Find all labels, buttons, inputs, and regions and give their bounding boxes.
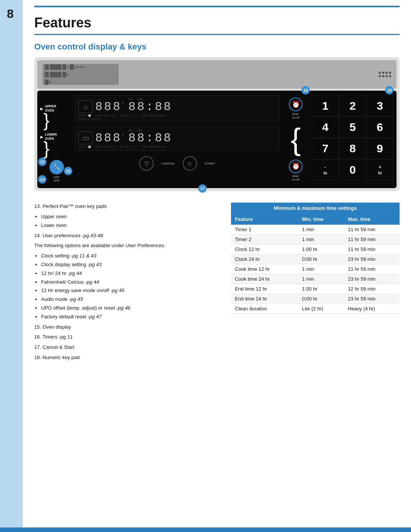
numkey-3[interactable]: 3 [366,95,393,117]
table-cell-5-2: 23 hr 59 min [344,274,400,284]
mini-display-line-3 [45,80,116,85]
mini-dot [67,74,69,75]
top-dot [379,75,381,77]
table-cell-3-2: 23 hr 59 min [344,254,400,264]
timer-col: ⏰ timeron-off { ⏰ timeron-off [282,95,309,184]
start-label: START [205,162,215,165]
bottom-bar [0,527,411,532]
mini-dot [78,66,79,68]
numkey-hi[interactable]: + hi [366,159,393,181]
diamond-button-wrap[interactable]: ◇ [183,156,197,171]
table-row: End time 24 hr0:00 hr23 hr 59 min [231,294,400,304]
numkey-lo[interactable]: - lo [312,159,339,181]
lower-oven-rect-icon: ▭ [78,131,93,144]
down-arrow-button[interactable]: ▽ [139,156,154,171]
table-cell-4-1: 1 min [298,264,344,274]
badge-17: 17 [198,184,207,193]
note-14: 14. User preferences -pg 43-48 [34,232,220,240]
table-cell-3-0: Clock 24 hr [231,254,298,264]
table-cell-0-2: 11 hr 59 min [344,225,400,235]
upper-oven-display: ☼ 888 ° HR MIN 88:88 [75,95,280,122]
bottom-right-table: Minimum & maximum time settings Feature … [231,203,400,364]
oven-frame: 16 18 13 15 14 17 ▶ UPPEROVEN [34,57,400,191]
mini-seg [70,64,74,70]
note-13-list: Upper oven Lower oven [41,213,220,230]
table-cell-6-1: 1:00 hr [298,284,344,294]
brace-right: { [291,124,301,155]
oven-black-panel: 16 18 13 15 14 17 ▶ UPPEROVEN [37,91,397,188]
lower-oven-display: ▭ 888 ° HR MIN 88:88 [75,126,280,150]
table-col-headers: Feature Min. time Max. time [231,214,400,225]
table-row: Clock 12 hr1:00 hr11 hr 59 min [231,244,400,254]
numkey-9[interactable]: 9 [366,138,393,159]
table-cell-0-1: 1 min [298,225,344,235]
timer-2-label: timeron-off [292,174,299,181]
table-cell-7-1: 0:00 hr [298,294,344,304]
mini-dot [83,66,84,68]
option-item-0: Clock setting -pg 11 & 43 [41,252,220,260]
bottom-content: 13. Perfect-Pair™ oven key pads Upper ov… [34,203,400,364]
numpad-grid: 1 2 3 4 5 6 7 8 9 - lo 0 + hi [312,95,393,181]
option-item-6: UPO offset (temp. adjust) or reset -pg 4… [41,304,220,312]
start-button-wrap[interactable]: START [205,162,215,165]
lower-oven-arrow: ▶ [40,135,43,139]
top-dots-right [379,72,391,77]
table-row: Clock 24 hr0:00 hr23 hr 59 min [231,254,400,264]
option-item-5: Audio mode -pg 45 [41,296,220,304]
diamond-button[interactable]: ◇ [183,156,197,171]
numkey-4[interactable]: 4 [312,117,339,138]
section-title: Oven control display & keys [34,42,400,52]
table-cell-2-2: 11 hr 59 min [344,244,400,254]
table-row: End time 12 hr1:00 hr12 hr 59 min [231,284,400,294]
timer-2-item[interactable]: ⏰ timeron-off [289,160,303,181]
numkey-7[interactable]: 7 [312,138,339,159]
bottom-left-notes: 13. Perfect-Pair™ oven key pads Upper ov… [34,203,220,364]
col-max-time: Max. time [344,214,400,225]
table-row: Timer 21 min11 hr 59 min [231,235,400,244]
top-dot [386,72,388,74]
numkey-2[interactable]: 2 [339,95,366,117]
upper-oven-arrow: ▶ [40,107,43,111]
lower-time-digits: 88:88 [128,132,172,144]
table-cell-2-1: 1:00 hr [298,244,344,254]
numkey-0[interactable]: 0 [339,159,366,181]
timer-1-label: timeron-off [292,112,299,119]
center-panel: ☼ 888 ° HR MIN 88:88 [75,95,280,184]
mini-display-line-2 [45,72,116,77]
table-cell-1-2: 11 hr 59 min [344,235,400,244]
numkey-1[interactable]: 1 [312,95,339,117]
upper-temp-display: 888 ° [95,101,124,113]
note-13-sub2: Lower oven [41,222,220,230]
main-content: Features Oven control display & keys [23,0,411,375]
cancel-button-wrap[interactable]: CANCEL [161,162,175,165]
timer-2-icon[interactable]: ⏰ [289,160,303,173]
timer-1-icon[interactable]: ⏰ [289,97,303,111]
table-cell-1-1: 1 min [298,235,344,244]
table-cell-8-0: Clean duration [231,304,298,314]
option-item-7: Factory default reset -pg 47 [41,313,220,321]
user-pref-button[interactable]: 🔧 [49,160,64,174]
mini-seg [62,72,66,77]
table-body: Timer 11 min11 hr 59 minTimer 21 min11 h… [231,225,400,314]
down-arrow-button-wrap[interactable]: ▽ [139,156,154,171]
numkey-5[interactable]: 5 [339,117,366,138]
numpad-col: 1 2 3 4 5 6 7 8 9 - lo 0 + hi [312,95,393,184]
numkey-6[interactable]: 6 [366,117,393,138]
note-18: 18. Numeric key pad [34,354,220,362]
mini-dot [67,66,69,68]
upper-preheating-label: PRE-HEATING [96,114,116,117]
numkey-8[interactable]: 8 [339,138,366,159]
top-dot [389,75,391,77]
option-item-1: Clock display setting -pg 43 [41,261,220,269]
mini-seg-wide [50,72,61,77]
table-cell-2-0: Clock 12 hr [231,244,298,254]
timer-1-item[interactable]: ⏰ timeron-off [289,97,303,119]
lower-degree-symbol: ° [122,133,124,137]
upper-time-remaining-label: TIME REMAINING [141,114,166,117]
table-row: Timer 11 min11 hr 59 min [231,225,400,235]
sidebar [0,0,23,532]
note-14-options: Clock setting -pg 11 & 43Clock display s… [41,252,220,321]
lower-disp-main-row: ▭ 888 ° HR MIN 88:88 [78,129,276,144]
table-cell-3-1: 0:00 hr [298,254,344,264]
upper-time-col: HR MIN 88:88 [128,98,172,113]
